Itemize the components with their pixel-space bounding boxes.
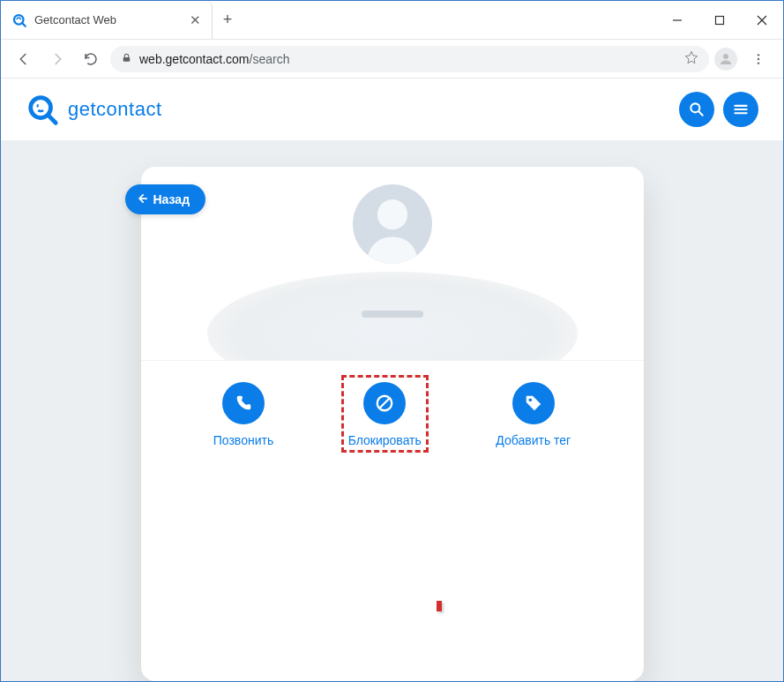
placeholder-dash: [362, 311, 423, 318]
contact-card: Назад Позвонить: [141, 167, 644, 681]
tab-close-icon[interactable]: ✕: [190, 13, 201, 26]
tag-icon: [512, 382, 555, 424]
svg-rect-3: [716, 16, 724, 24]
svg-point-21: [528, 399, 532, 402]
tab-title: Getcontact Web: [34, 13, 183, 26]
call-label: Позвонить: [213, 433, 273, 447]
svg-point-10: [758, 62, 759, 64]
minimize-button[interactable]: [656, 1, 698, 39]
bookmark-star-icon[interactable]: [684, 50, 698, 67]
getcontact-favicon-icon: [11, 12, 27, 28]
page-content: getcontact Назад: [1, 79, 783, 681]
svg-line-14: [699, 112, 703, 116]
brand-name: getcontact: [68, 98, 162, 121]
url-omnibox[interactable]: web.getcontact.com/search: [110, 46, 709, 72]
new-tab-button[interactable]: +: [213, 1, 243, 39]
brand[interactable]: getcontact: [26, 93, 162, 126]
call-action[interactable]: Позвонить: [213, 382, 273, 447]
window-controls: [656, 1, 783, 39]
annotation-marker: [437, 601, 442, 611]
svg-point-8: [758, 54, 759, 56]
svg-point-9: [758, 57, 759, 59]
add-tag-action[interactable]: Добавить тег: [496, 382, 571, 447]
svg-line-12: [49, 116, 56, 124]
block-label: Блокировать: [348, 433, 422, 447]
back-nav-button[interactable]: [10, 45, 38, 73]
svg-line-1: [22, 23, 26, 26]
search-button[interactable]: [679, 92, 714, 127]
browser-titlebar: Getcontact Web ✕ +: [1, 1, 783, 40]
url-text: web.getcontact.com/search: [139, 52, 289, 66]
block-icon: [363, 382, 406, 424]
maximize-button[interactable]: [698, 1, 741, 39]
browser-window: Getcontact Web ✕ + web.getcontact.com/se…: [0, 0, 784, 682]
svg-rect-6: [123, 56, 131, 61]
card-actions: Позвонить Блокировать Добавить тег: [141, 361, 644, 474]
close-window-button[interactable]: [741, 1, 783, 39]
profile-area: [141, 167, 644, 361]
profile-avatar-icon[interactable]: [714, 48, 737, 71]
add-tag-label: Добавить тег: [496, 433, 571, 447]
getcontact-logo-icon: [26, 93, 59, 126]
phone-icon: [222, 382, 265, 424]
header-actions: [679, 92, 758, 127]
block-action[interactable]: Блокировать: [348, 382, 422, 447]
address-bar: web.getcontact.com/search: [1, 40, 783, 79]
content-area: Назад Позвонить: [1, 140, 783, 681]
chrome-menu-button[interactable]: [743, 52, 774, 66]
svg-line-20: [380, 399, 390, 408]
forward-nav-button[interactable]: [43, 45, 71, 73]
browser-tab[interactable]: Getcontact Web ✕: [1, 1, 213, 39]
svg-point-18: [377, 199, 407, 229]
reload-button[interactable]: [77, 45, 105, 73]
svg-point-7: [723, 54, 728, 59]
lock-icon: [121, 52, 132, 66]
menu-button[interactable]: [723, 92, 758, 127]
site-header: getcontact: [1, 79, 783, 140]
contact-avatar-icon: [353, 184, 432, 264]
